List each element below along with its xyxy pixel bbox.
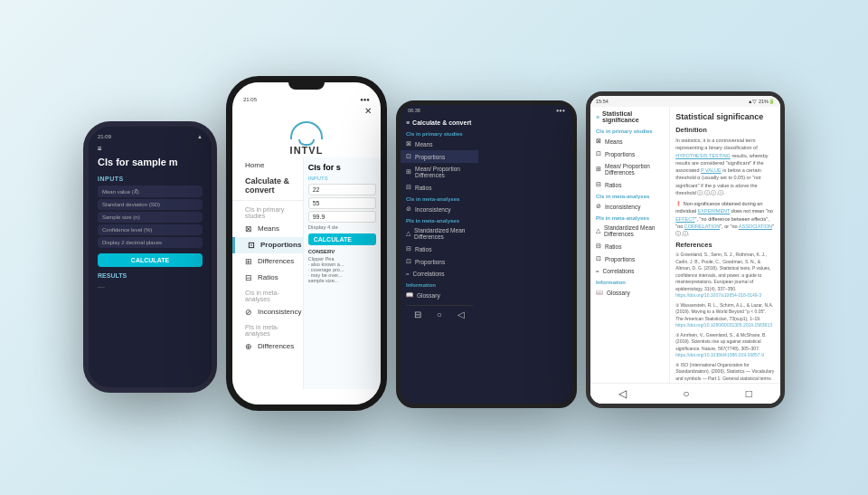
phone4-item-inconsistency[interactable]: ⊘ Inconsistency — [590, 200, 669, 213]
phone4-link-experiment[interactable]: EXPERIMENT — [698, 208, 731, 214]
phone3-item-proportions[interactable]: ⊡ Proportions — [401, 150, 478, 163]
phone4-item-correlations[interactable]: ≈ Correlations — [590, 265, 669, 277]
phone2-nav-calc[interactable]: Calculate & convert — [232, 173, 303, 198]
phone2-item-proportions[interactable]: ⊡ Proportions — [232, 237, 303, 253]
phone4-time: 15:54 — [596, 99, 609, 104]
phone2-close-button[interactable]: ✕ — [232, 104, 381, 118]
phone3-correlations-icon: ≈ — [406, 271, 410, 277]
phone3-sidebar: ≡ Calculate & convert CIs in primary stu… — [401, 116, 478, 404]
phone3-item-correlations[interactable]: ≈ Correlations — [401, 268, 478, 280]
phone4-link-pvalue[interactable]: P VALUE — [701, 167, 722, 173]
phone4-ref-4: ④ ISO (International Organization for St… — [675, 362, 775, 383]
phone4-item-proportions[interactable]: ⊡ Proportions — [590, 148, 669, 160]
phone3-circle-btn[interactable]: ○ — [437, 309, 442, 319]
phone4-item-glossary[interactable]: 📖 Glossary — [590, 286, 669, 299]
phone4-signal: ▲▽ 21%🔋 — [748, 99, 775, 104]
phone2-item-inconsistency[interactable]: ⊘ Inconsistency — [232, 304, 303, 320]
phone4-home-btn[interactable]: ○ — [683, 387, 689, 400]
phone3-item-mp-diff[interactable]: ⊞ Mean/ Proportion Differences — [401, 163, 478, 181]
phone2-input-1[interactable]: 22 — [308, 184, 376, 195]
phone3-glossary-icon: 📖 — [406, 291, 413, 299]
phone2-means-label: Means — [258, 224, 279, 233]
phone4-status: 15:54 ▲▽ 21%🔋 — [590, 96, 780, 107]
phone3-signal: ●●● — [556, 108, 565, 113]
phone3-section-meta: CIs in meta-analyses — [401, 194, 478, 203]
phone4-item-smd[interactable]: △ Standardized Mean Differences — [590, 222, 669, 240]
phone2-panel-inputs: INPUTS — [308, 176, 376, 181]
phone2-nav-home[interactable]: Home — [232, 157, 303, 173]
phone4-smd-label: Standardized Mean Differences — [604, 224, 664, 237]
phone-3: 06:38 ●●● ≡ Calculate & convert CIs in p… — [396, 100, 577, 408]
phone3-home-btn[interactable]: ⊟ — [414, 309, 421, 319]
phone4-link-effect[interactable]: EFFECT — [675, 216, 694, 222]
phone2-display-option: Display 4 de — [308, 224, 376, 230]
phone3-back-btn[interactable]: ◁ — [458, 309, 465, 319]
phone4-proportions2-icon: ⊡ — [596, 255, 601, 262]
phone4-main: Statistical significance Definition In s… — [670, 107, 780, 383]
phone4-link-association[interactable]: ASSOCIATION — [739, 224, 772, 229]
phone3-bottom-nav: ⊟ ○ ◁ — [406, 305, 473, 323]
phone1-field-sd[interactable]: Standard deviation (SD) — [98, 199, 203, 210]
phone2-item-differences[interactable]: ⊞ Differences — [232, 253, 303, 270]
phone1-field-ci[interactable]: Confidence level (%) — [98, 224, 203, 235]
phone3-status: 06:38 ●●● — [401, 105, 572, 116]
phone1-title: CIs for sample m — [98, 157, 203, 168]
phone3-item-glossary[interactable]: 📖 Glossary — [401, 289, 478, 301]
phone3-item-smd[interactable]: △ Standardized Mean Differences — [401, 224, 478, 243]
phone4-ref-3-link[interactable]: https://doi.org/10.1038/d41586-019-00857… — [675, 352, 775, 359]
phone3-section-pis: PIs in meta-analyses — [401, 215, 478, 224]
phone3-item-means[interactable]: ⊠ Means — [401, 138, 478, 150]
phone2-proportions-icon: ⊡ — [248, 241, 255, 250]
phone4-bottom-nav: ◁ ○ □ — [590, 383, 780, 404]
phone4-link-correlation[interactable]: CORRELATION — [684, 224, 720, 229]
phone3-menu-icon: ≡ — [406, 119, 410, 126]
phone2-input-2[interactable]: 55 — [308, 197, 376, 209]
phone4-proportions-label: Proportions — [605, 151, 635, 157]
phone3-item-inconsistency[interactable]: ⊘ Inconsistency — [401, 203, 478, 215]
phone4-item-means[interactable]: ⊠ Means — [590, 135, 669, 148]
phone1-results-label: RESULTS — [98, 272, 203, 279]
phone2-logo-icon — [290, 121, 323, 139]
phone3-item-ratios2[interactable]: ⊟ Ratios — [401, 243, 478, 255]
phone4-def-title: Definition — [675, 126, 775, 134]
phone2-item-means[interactable]: ⊠ Means — [232, 221, 303, 237]
phone4-link-hypothesis[interactable]: HYPOTHESIS TESTING — [675, 153, 731, 158]
phone3-screen: 06:38 ●●● ≡ Calculate & convert CIs in p… — [401, 105, 572, 404]
phone3-proportions-icon: ⊡ — [406, 153, 411, 160]
phone4-item-mp-diff[interactable]: ⊞ Mean/ Proportion Differences — [590, 160, 669, 178]
phone4-section-primary: CIs in primary studies — [590, 126, 669, 135]
phone3-bottom-icons: ⊟ ○ ◁ — [401, 301, 478, 327]
phone4-recents-btn[interactable]: □ — [746, 387, 752, 400]
phone4-mpdiff-icon: ⊞ — [596, 166, 601, 173]
phone2-input-3[interactable]: 99.9 — [308, 211, 376, 223]
phone3-inconsistency-icon: ⊘ — [406, 205, 411, 213]
phone1-display-option[interactable]: Display 2 decimal places — [98, 237, 203, 248]
phone3-ratios-label: Ratios — [415, 185, 431, 191]
phone4-ref-1: ① Greenland, S., Senn, S. J., Rothman, K… — [675, 252, 775, 300]
phone2-calc-button[interactable]: CALCULATE — [308, 233, 376, 245]
phone1-field-n[interactable]: Sample size (n) — [98, 212, 203, 223]
phone1-status: 21:09 ▲ — [98, 134, 203, 139]
phone4-sidebar-heading: Statistical significance — [602, 110, 664, 123]
phone2-item-ratios[interactable]: ⊟ Ratios — [232, 270, 303, 286]
phone4-ref-1-link[interactable]: https://doi.org/10.1007/s10654-016-0149-… — [675, 292, 775, 300]
phone3-smd-icon: △ — [406, 230, 410, 237]
phone2-section-pis: PIs in meta-analyses — [232, 320, 303, 338]
phone4-item-ratios2[interactable]: ⊟ Ratios — [590, 240, 669, 252]
phone4-item-ratios[interactable]: ⊟ Ratios — [590, 178, 669, 191]
phone2-item-diffs[interactable]: ⊕ Differences — [232, 338, 303, 355]
phone4-mpdiff-label: Mean/ Proportion Differences — [605, 163, 664, 176]
phone1-calculate-button[interactable]: CALCULATE — [98, 253, 203, 267]
phone4-item-proportions2[interactable]: ⊡ Proportions — [590, 252, 669, 265]
phone4-ref-2: ② Wasserstein, R. L., Schirm, A.L., & La… — [675, 302, 775, 329]
phone4-ref-2-link[interactable]: https://doi.org/10.1080/00031305.2019.15… — [675, 322, 775, 329]
phone2-section-primary: CIs in primary studies — [232, 203, 303, 221]
phone4-section-meta: CIs in meta-analyses — [590, 191, 669, 200]
phone1-field-mean[interactable]: Mean value (X̄) — [98, 186, 203, 197]
phone3-item-ratios[interactable]: ⊟ Ratios — [401, 181, 478, 194]
phone4-back-btn[interactable]: ◁ — [618, 387, 627, 400]
phone4-ref-3: ③ Amrhein, V., Greenland, S., & McShane,… — [675, 332, 775, 359]
phone3-means-label: Means — [415, 141, 433, 148]
phone4-section-info: Information — [590, 277, 669, 286]
phone3-item-proportions2[interactable]: ⊡ Proportions — [401, 255, 478, 268]
